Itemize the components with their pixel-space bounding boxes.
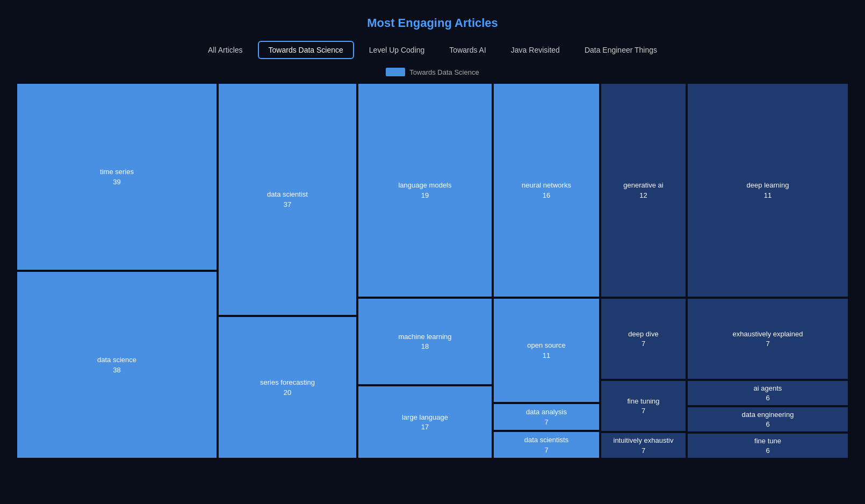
cell-count: 6 [766,447,769,455]
treemap-cell-neural-networks[interactable]: neural networks16 [493,83,600,298]
tab-bar: All Articles Towards Data Science Level … [16,41,849,59]
treemap-cell-intuitively-exhaustiv[interactable]: intuitively exhaustiv7 [600,432,687,459]
cell-label: series forecasting [260,378,315,387]
tab-all-articles[interactable]: All Articles [198,41,253,59]
tab-data-engineer-things[interactable]: Data Engineer Things [575,41,667,59]
treemap-cell-machine-learning[interactable]: machine learning18 [357,298,493,385]
cell-count: 17 [421,423,429,431]
treemap: time series39data science38data scientis… [16,83,849,459]
treemap-cell-large-language[interactable]: large language17 [357,385,493,459]
cell-label: machine learning [398,333,451,342]
cell-count: 18 [421,342,429,350]
legend-swatch [386,68,405,76]
cell-label: deep dive [628,330,658,339]
cell-label: deep learning [747,181,789,190]
cell-label: large language [402,413,448,422]
cell-count: 12 [639,191,647,199]
cell-label: data science [97,356,136,365]
treemap-cell-generative-ai[interactable]: generative ai12 [600,83,687,298]
cell-count: 7 [544,446,548,454]
treemap-cell-open-source[interactable]: open source11 [493,298,600,403]
cell-label: generative ai [623,181,663,190]
cell-label: data scientist [267,190,308,199]
page-title: Most Engaging Articles [16,16,849,30]
tab-level-up-coding[interactable]: Level Up Coding [359,41,435,59]
treemap-cell-data-analysis[interactable]: data analysis7 [493,403,600,431]
cell-label: time series [100,168,134,177]
treemap-cell-ai-agents[interactable]: ai agents6 [687,380,849,406]
treemap-cell-fine-tune[interactable]: fine tune6 [687,433,849,459]
tab-java-revisited[interactable]: Java Revisited [501,41,570,59]
legend-label: Towards Data Science [409,68,479,76]
cell-count: 7 [641,407,645,415]
cell-label: ai agents [754,384,782,393]
cell-count: 7 [641,340,645,348]
treemap-cell-data-science[interactable]: data science38 [16,271,218,459]
cell-label: neural networks [522,181,571,190]
treemap-cell-data-engineering[interactable]: data engineering6 [687,406,849,433]
cell-count: 39 [113,178,120,186]
cell-count: 11 [764,191,772,199]
cell-label: data scientists [524,436,568,445]
treemap-cell-deep-dive[interactable]: deep dive7 [600,298,687,380]
legend: Towards Data Science [16,68,849,76]
cell-label: language models [398,181,451,190]
cell-count: 6 [766,420,769,428]
cell-count: 7 [766,340,769,348]
treemap-cell-exhaustively-explained[interactable]: exhaustively explained7 [687,298,849,380]
treemap-cell-data-scientists[interactable]: data scientists7 [493,431,600,459]
cell-label: data engineering [742,411,794,420]
cell-label: data analysis [526,408,567,417]
cell-label: exhaustively explained [733,330,803,339]
cell-count: 20 [284,388,291,397]
cell-count: 37 [284,200,291,208]
cell-count: 11 [543,351,550,359]
treemap-cell-language-models[interactable]: language models19 [357,83,493,298]
treemap-cell-deep-learning[interactable]: deep learning11 [687,83,849,298]
cell-count: 16 [543,191,550,199]
treemap-cell-time-series[interactable]: time series39 [16,83,218,271]
cell-count: 38 [113,366,120,374]
treemap-cell-series-forecasting[interactable]: series forecasting20 [218,316,357,459]
cell-count: 7 [641,447,645,455]
treemap-cell-data-scientist[interactable]: data scientist37 [218,83,357,316]
cell-label: open source [527,341,566,350]
cell-count: 6 [766,394,769,402]
cell-count: 19 [421,191,429,199]
tab-towards-data-science[interactable]: Towards Data Science [258,41,354,59]
cell-label: fine tune [754,437,781,446]
tab-towards-ai[interactable]: Towards AI [439,41,495,59]
treemap-cell-fine-tuning[interactable]: fine tuning7 [600,380,687,432]
cell-label: fine tuning [628,397,660,406]
cell-count: 7 [544,418,548,426]
cell-label: intuitively exhaustiv [614,436,674,445]
